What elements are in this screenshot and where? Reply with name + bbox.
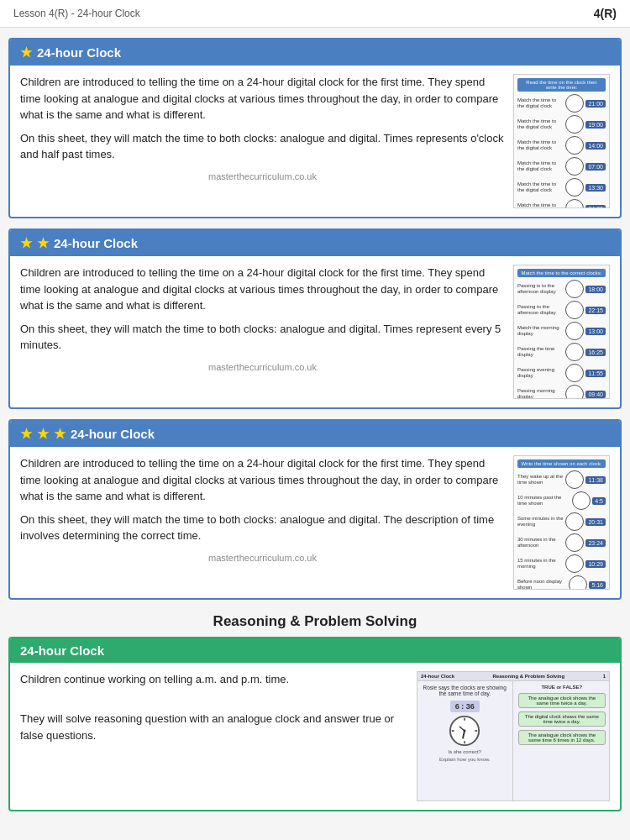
section-3-header: ★ ★ ★ 24-hour Clock: [10, 421, 620, 447]
section-1-para-1: Children are introduced to telling the t…: [20, 74, 505, 123]
s3-digital-5: 10:29: [585, 560, 606, 568]
preview-row-2: Match the time to the digital clock 19:0…: [517, 115, 606, 134]
s3-digital-3: 20:31: [585, 518, 606, 526]
rps-digital-time: 6 : 36: [450, 701, 480, 712]
section-2-text: Children are introduced to telling the t…: [20, 265, 505, 399]
s3-preview-row-2: 10 minutes past the time shown 4:5: [517, 491, 606, 510]
section-2-attribution: masterthecurriculum.co.uk: [20, 360, 505, 375]
s3-clock-5: [565, 554, 584, 573]
clock-6: [565, 199, 584, 208]
clock-1: [565, 94, 584, 113]
section-3-preview: Write the time shown on each clock: They…: [513, 455, 610, 590]
section-1-header: ★ 24-hour Clock: [10, 39, 620, 66]
star-2a: ★: [20, 235, 32, 251]
section-2-preview: Match the time to the correct clocks: Pa…: [513, 265, 610, 399]
s2-digital-4: 16:25: [585, 349, 606, 356]
section-2-body: Children are introduced to telling the t…: [10, 256, 620, 407]
s2-clock-4: [565, 343, 584, 361]
section-1-title: 24-hour Clock: [37, 45, 121, 60]
rps-option-2: The digital clock shows the same time tw…: [518, 711, 606, 727]
section-1-preview-header: Read the time on the clock then write th…: [517, 78, 606, 92]
section-3-para-1: Children are introduced to telling the t…: [20, 455, 505, 505]
rps-left-panel: Rosie says the clocks are showing the sa…: [417, 681, 513, 801]
s2-preview-row-2: Passing to the afternoon display 22:15: [517, 301, 606, 319]
section-2-header: ★ ★ 24-hour Clock: [10, 230, 620, 256]
s3-digital-6: 5:16: [589, 581, 606, 589]
section-3-body: Children are introduced to telling the t…: [10, 447, 620, 598]
section-2-para-1: Children are introduced to telling the t…: [20, 265, 505, 314]
rps-preview-header: 24-hour Clock Reasoning & Problem Solvin…: [417, 672, 609, 681]
s2-digital-2: 22:15: [585, 307, 606, 314]
s3-clock-3: [565, 512, 584, 531]
s2-digital-3: 13:00: [585, 328, 606, 335]
star-2b: ★: [37, 235, 49, 251]
rps-true-false-title: TRUE or FALSE?: [541, 685, 582, 690]
star-3a: ★: [20, 426, 32, 442]
rps-section-title: Reasoning & Problem Solving: [0, 613, 630, 630]
rps-card-body: Children continue working on telling a.m…: [10, 663, 620, 810]
section-1-body: Children are introduced to telling the t…: [10, 66, 620, 217]
section-2-para-2: On this sheet, they will match the time …: [20, 321, 505, 354]
section-1-text: Children are introduced to telling the t…: [20, 74, 505, 208]
s3-clock-6: [569, 575, 587, 590]
section-3-title: 24-hour Clock: [71, 427, 155, 441]
rps-para-1: Children continue working on telling a.m…: [20, 671, 408, 688]
section-1-para-2: On this sheet, they will match the time …: [20, 130, 505, 163]
preview-row-3: Match the time to the digital clock 14:0…: [517, 136, 606, 155]
header-title: Lesson 4(R) - 24-hour Clock: [13, 8, 140, 19]
section-2-preview-header: Match the time to the correct clocks:: [517, 269, 606, 277]
s2-preview-row-5: Passing evening display 11:55: [517, 364, 606, 382]
digital-4: 07:00: [585, 163, 606, 171]
s3-preview-row-6: Before noon display shown 5:16: [517, 575, 606, 590]
section-1-preview: Read the time on the clock then write th…: [513, 74, 610, 208]
s2-clock-6: [565, 385, 584, 399]
s2-clock-3: [565, 322, 584, 340]
s2-digital-6: 09:40: [585, 391, 606, 398]
rps-card-title: 24-hour Clock: [20, 643, 104, 658]
section-3-attribution: masterthecurriculum.co.uk: [20, 551, 505, 565]
s3-digital-1: 11:38: [585, 476, 606, 484]
s2-preview-row-6: Passing morning display 09:40: [517, 385, 606, 399]
s2-preview-row-3: Match the morning display 13:00: [517, 322, 606, 340]
s2-preview-row-1: Passing is to the afternoon display 18:0…: [517, 280, 606, 298]
preview-row-6: Match the time to the digital clock 04:0…: [517, 199, 606, 208]
star-1: ★: [20, 45, 32, 60]
s2-digital-5: 11:55: [585, 370, 606, 377]
star-3c: ★: [54, 426, 66, 442]
rps-prompt: Rosie says the clocks are showing the sa…: [421, 685, 509, 696]
clock-5: [565, 178, 584, 197]
rps-preview-container: 24-hour Clock Reasoning & Problem Solvin…: [417, 671, 610, 801]
rps-card: 24-hour Clock Children continue working …: [8, 637, 622, 811]
star-3b: ★: [37, 426, 49, 442]
section-3-text: Children are introduced to telling the t…: [20, 455, 505, 590]
rps-is-correct: Is she correct?: [449, 749, 481, 754]
section-1-preview-box: Read the time on the clock then write th…: [513, 74, 610, 208]
s2-digital-1: 18:00: [585, 286, 606, 293]
section-3-para-2: On this sheet, they will match the time …: [20, 512, 505, 544]
section-3-card: ★ ★ ★ 24-hour Clock Children are introdu…: [8, 419, 622, 600]
s3-preview-row-4: 30 minutes in the afternoon 23:24: [517, 533, 606, 552]
preview-row-1: Match the time to the digital clock 21:0…: [517, 94, 606, 113]
preview-row-5: Match the time to the digital clock 13:3…: [517, 178, 606, 197]
digital-2: 19:00: [585, 121, 606, 129]
section-1-attribution: masterthecurriculum.co.uk: [20, 170, 505, 184]
rps-option-1: The analogue clock shows the same time t…: [518, 693, 606, 708]
section-3-preview-box: Write the time shown on each clock: They…: [513, 455, 610, 590]
rps-explain: Explain how you know.: [439, 757, 491, 762]
clock-3: [565, 136, 584, 155]
header-code: 4(R): [594, 7, 617, 20]
section-2-preview-box: Match the time to the correct clocks: Pa…: [513, 265, 610, 399]
s3-preview-row-1: They wake up at the time shown 11:38: [517, 470, 606, 489]
section-2-card: ★ ★ 24-hour Clock Children are introduce…: [8, 228, 622, 409]
digital-3: 14:00: [585, 142, 606, 150]
digital-5: 13:30: [585, 184, 606, 192]
rps-preview-page: 1: [603, 674, 606, 679]
s2-clock-5: [565, 364, 584, 382]
s3-digital-4: 23:24: [585, 539, 606, 547]
rps-preview-right-label: Reasoning & Problem Solving: [492, 674, 564, 679]
rps-preview-box: 24-hour Clock Reasoning & Problem Solvin…: [417, 671, 610, 801]
rps-card-header: 24-hour Clock: [10, 638, 620, 663]
section-2-title: 24-hour Clock: [54, 236, 138, 250]
s2-preview-row-4: Passing the time display 16:25: [517, 343, 606, 361]
s3-clock-4: [565, 533, 584, 552]
